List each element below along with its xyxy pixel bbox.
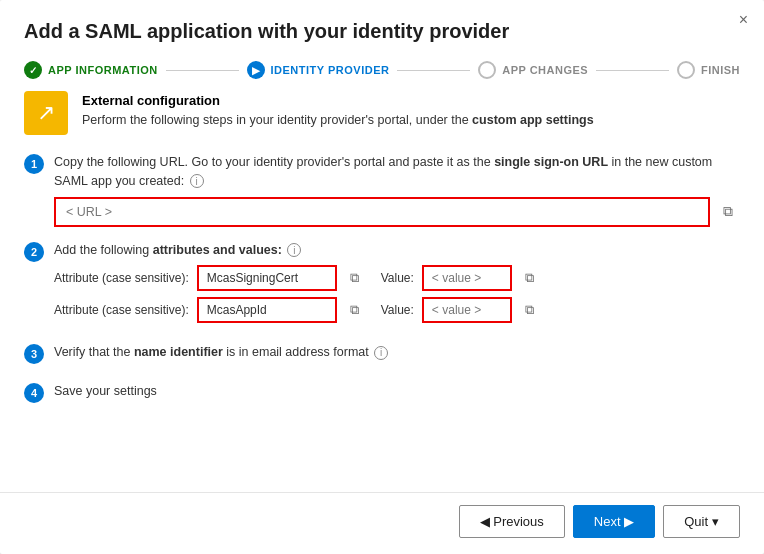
step-num-4: 4 [24,383,44,403]
step-app-changes: APP CHANGES [478,61,588,79]
step-line-2 [397,70,470,71]
dialog-title: Add a SAML application with your identit… [0,0,764,53]
attr-value-label-1: Value: [381,271,414,285]
step-content-4: Save your settings [54,382,740,407]
step-content-2: Add the following attributes and values:… [54,241,740,330]
ext-config-desc: Perform the following steps in your iden… [82,111,594,130]
url-input[interactable] [54,197,710,227]
instruction-step-4: 4 Save your settings [24,382,740,407]
ext-config-header: ↗ External configuration Perform the fol… [24,91,740,135]
step3-text-before: Verify that the [54,345,134,359]
attr2-copy-icon[interactable]: ⧉ [345,300,365,320]
quit-label: Quit [684,514,708,529]
step-line-3 [596,70,669,71]
step-circle-4 [677,61,695,79]
step2-text-before: Add the following [54,243,153,257]
url-box-wrapper: ⧉ [54,197,740,227]
quit-dropdown-icon: ▾ [712,514,719,529]
attr-value-input-1[interactable] [422,265,512,291]
instruction-step-1: 1 Copy the following URL. Go to your ide… [24,153,740,227]
attr-table: Attribute (case sensitive): ⧉ Value: ⧉ A… [54,265,740,323]
attr-value-label-2: Value: [381,303,414,317]
previous-button[interactable]: ◀ Previous [459,505,565,538]
step-num-2: 2 [24,242,44,262]
step1-text-bold: single sign-on URL [494,155,608,169]
step-finish: FINISH [677,61,740,79]
step-content-1: Copy the following URL. Go to your ident… [54,153,740,227]
ext-config-desc-bold: custom app settings [472,113,594,127]
step-text-2: Add the following attributes and values:… [54,241,740,260]
ext-config-icon: ↗ [24,91,68,135]
ext-config-text: External configuration Perform the follo… [82,91,594,129]
step-circle-3 [478,61,496,79]
attr-row-2: Attribute (case sensitive): ⧉ Value: ⧉ [54,297,740,323]
attr-value-input-2[interactable] [422,297,512,323]
dialog-content: ↗ External configuration Perform the fol… [0,91,764,492]
stepper: ✓ APP INFORMATION ▶ IDENTITY PROVIDER AP… [0,53,764,91]
step2-info-icon[interactable]: i [287,243,301,257]
step3-text-bold: name identifier [134,345,223,359]
step-content-3: Verify that the name identifier is in em… [54,343,740,368]
attr-input-2[interactable] [197,297,337,323]
steps-list: 1 Copy the following URL. Go to your ide… [24,153,740,407]
url-copy-icon[interactable]: ⧉ [716,200,740,224]
step-label-3: APP CHANGES [502,64,588,76]
step-text-4: Save your settings [54,382,740,401]
attr-input-1[interactable] [197,265,337,291]
attr-label-2: Attribute (case sensitive): [54,303,189,317]
step1-info-icon[interactable]: i [190,174,204,188]
dialog: × Add a SAML application with your ident… [0,0,764,554]
step-app-information: ✓ APP INFORMATION [24,61,158,79]
step-line-1 [166,70,239,71]
step-text-1: Copy the following URL. Go to your ident… [54,153,740,191]
step3-text-after: is in email address format [223,345,369,359]
quit-button[interactable]: Quit ▾ [663,505,740,538]
step-label-1: APP INFORMATION [48,64,158,76]
step-num-1: 1 [24,154,44,174]
close-button[interactable]: × [739,12,748,28]
step3-info-icon[interactable]: i [374,346,388,360]
attr1-copy-icon[interactable]: ⧉ [345,268,365,288]
step-label-4: FINISH [701,64,740,76]
step-circle-1: ✓ [24,61,42,79]
step-label-2: IDENTITY PROVIDER [271,64,390,76]
attr-row-1: Attribute (case sensitive): ⧉ Value: ⧉ [54,265,740,291]
step-circle-2: ▶ [247,61,265,79]
step1-text-before: Copy the following URL. Go to your ident… [54,155,494,169]
step-identity-provider: ▶ IDENTITY PROVIDER [247,61,390,79]
attr-label-1: Attribute (case sensitive): [54,271,189,285]
step2-text-bold: attributes and values: [153,243,282,257]
step-num-3: 3 [24,344,44,364]
attr1-value-copy-icon[interactable]: ⧉ [520,268,540,288]
ext-config-title: External configuration [82,91,594,111]
ext-config-desc-before: Perform the following steps in your iden… [82,113,472,127]
instruction-step-3: 3 Verify that the name identifier is in … [24,343,740,368]
instruction-step-2: 2 Add the following attributes and value… [24,241,740,330]
step4-text-before: Save your settings [54,384,157,398]
step-text-3: Verify that the name identifier is in em… [54,343,740,362]
next-button[interactable]: Next ▶ [573,505,655,538]
dialog-footer: ◀ Previous Next ▶ Quit ▾ [0,492,764,554]
attr2-value-copy-icon[interactable]: ⧉ [520,300,540,320]
